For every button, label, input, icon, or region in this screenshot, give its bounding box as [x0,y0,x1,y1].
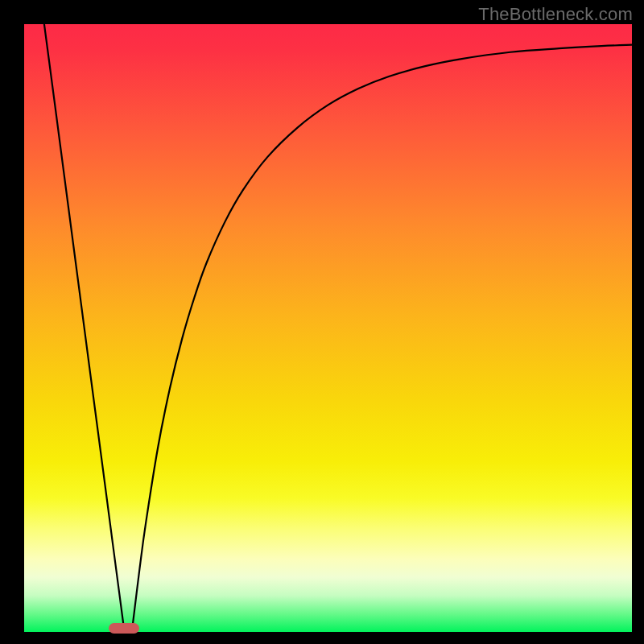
left-line-path [44,24,123,623]
chart-svg [24,24,632,632]
right-curve-path [133,45,632,623]
chart-frame: TheBottleneck.com [0,0,644,644]
plot-area [24,24,632,632]
minimum-marker [109,623,140,633]
watermark-text: TheBottleneck.com [478,4,633,25]
